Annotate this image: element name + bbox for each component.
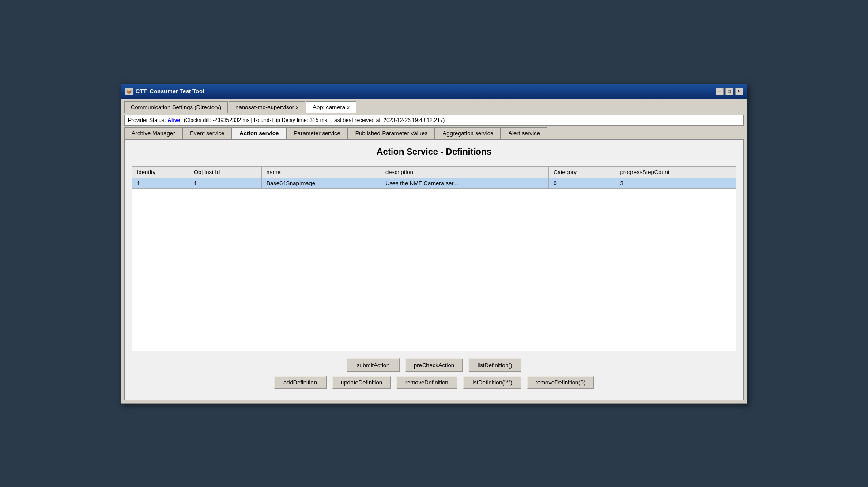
remove-definition-0-button[interactable]: removeDefinition(0): [527, 376, 594, 389]
table-body: 1 1 Base64SnapImage Uses the NMF Camera …: [132, 178, 736, 188]
list-definition-star-button[interactable]: listDefinition("*"): [463, 376, 521, 389]
page-title: Action Service - Definitions: [132, 147, 736, 157]
col-category: Category: [549, 166, 615, 178]
remove-definition-button[interactable]: removeDefinition: [396, 376, 457, 389]
pre-check-action-button[interactable]: preCheckAction: [405, 358, 463, 372]
list-definition-empty-button[interactable]: listDefinition(): [468, 358, 521, 372]
col-obj-inst-id: Obj Inst Id: [189, 166, 261, 178]
window-title: CTT: Consumer Test Tool: [136, 88, 204, 95]
col-description: description: [381, 166, 548, 178]
provider-status-alive: Alive!: [167, 117, 182, 123]
add-definition-button[interactable]: addDefinition: [274, 376, 327, 389]
cell-description: Uses the NMF Camera ser...: [381, 178, 548, 188]
cell-progress-step-count: 3: [615, 178, 736, 188]
tab-communication-settings[interactable]: Communication Settings (Directory): [124, 101, 228, 113]
definitions-table-container: Identity Obj Inst Id name description Ca…: [132, 166, 736, 351]
submit-action-button[interactable]: submitAction: [347, 358, 400, 372]
cell-identity: 1: [132, 178, 189, 188]
provider-status-bar: Provider Status: Alive! (Clocks diff: -2…: [124, 115, 744, 126]
provider-status-details: (Clocks diff: -239352332 ms | Round-Trip…: [184, 117, 445, 123]
col-name: name: [262, 166, 381, 178]
cell-obj-inst-id: 1: [189, 178, 261, 188]
col-identity: Identity: [132, 166, 189, 178]
window-body: Communication Settings (Directory) nanos…: [121, 99, 747, 403]
cell-name: Base64SnapImage: [262, 178, 381, 188]
tab-archive-manager[interactable]: Archive Manager: [124, 127, 182, 139]
maximize-button[interactable]: □: [725, 88, 733, 95]
provider-status-prefix: Provider Status:: [128, 117, 166, 123]
tab-alert-service[interactable]: Alert service: [501, 127, 547, 139]
cell-category: 0: [549, 178, 615, 188]
action-buttons-row-2: addDefinition updateDefinition removeDef…: [132, 376, 736, 389]
col-progress-step-count: progressStepCount: [615, 166, 736, 178]
tab-aggregation-service[interactable]: Aggregation service: [435, 127, 501, 139]
connection-tabs: Communication Settings (Directory) nanos…: [124, 101, 744, 113]
tab-parameter-service[interactable]: Parameter service: [286, 127, 347, 139]
tab-action-service[interactable]: Action service: [232, 127, 286, 139]
table-header: Identity Obj Inst Id name description Ca…: [132, 166, 736, 178]
service-tabs: Archive Manager Event service Action ser…: [124, 127, 744, 139]
main-window: 📦 CTT: Consumer Test Tool ─ □ ✕ Communic…: [121, 84, 747, 404]
definitions-table: Identity Obj Inst Id name description Ca…: [132, 166, 736, 189]
table-row[interactable]: 1 1 Base64SnapImage Uses the NMF Camera …: [132, 178, 736, 188]
title-bar-left: 📦 CTT: Consumer Test Tool: [125, 88, 204, 95]
close-button[interactable]: ✕: [735, 88, 743, 95]
title-bar: 📦 CTT: Consumer Test Tool ─ □ ✕: [121, 84, 747, 99]
tab-event-service[interactable]: Event service: [182, 127, 232, 139]
tab-nanosat[interactable]: nanosat-mo-supervisor x: [229, 101, 305, 113]
action-buttons-row-1: submitAction preCheckAction listDefiniti…: [132, 358, 736, 372]
app-icon: 📦: [125, 88, 133, 95]
header-row: Identity Obj Inst Id name description Ca…: [132, 166, 736, 178]
tab-camera[interactable]: App: camera x: [306, 101, 356, 113]
title-bar-controls: ─ □ ✕: [716, 88, 743, 95]
content-area: Action Service - Definitions Identity Ob…: [124, 139, 744, 400]
minimize-button[interactable]: ─: [716, 88, 724, 95]
update-definition-button[interactable]: updateDefinition: [332, 376, 391, 389]
tab-published-parameter[interactable]: Published Parameter Values: [348, 127, 435, 139]
